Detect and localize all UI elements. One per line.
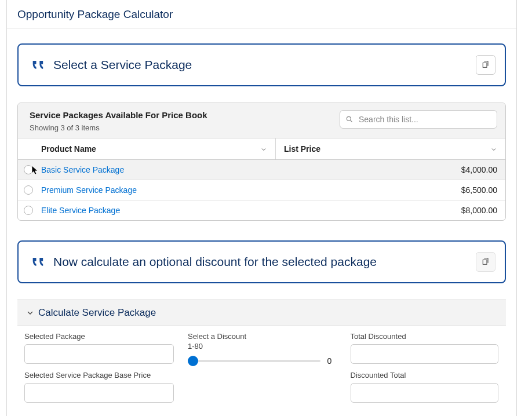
- table-title: Service Packages Available For Price Boo…: [30, 110, 207, 120]
- chevron-down-icon: [490, 145, 497, 152]
- discount-slider-row: 0: [188, 356, 337, 366]
- form-col-right: Total Discounted Discounted Total: [351, 332, 500, 410]
- table-header-left: Service Packages Available For Price Boo…: [30, 110, 207, 132]
- form-col-middle: Select a Discount 1-80 0: [188, 332, 337, 410]
- base-price-input[interactable]: [24, 383, 174, 403]
- radio-button[interactable]: [24, 185, 33, 195]
- table-row[interactable]: Elite Service Package $8,000.00: [18, 200, 505, 220]
- col-header-product[interactable]: Product Name: [18, 138, 276, 159]
- service-packages-table: Service Packages Available For Price Boo…: [17, 103, 506, 221]
- section-title: Calculate Service Package: [38, 307, 156, 319]
- callout-text: Select a Service Package: [53, 58, 476, 72]
- product-name-link[interactable]: Elite Service Package: [41, 206, 279, 215]
- total-discounted-input[interactable]: [351, 344, 498, 364]
- divider: [7, 28, 516, 28]
- col-header-price-label: List Price: [284, 144, 320, 154]
- section-header-calculate[interactable]: Calculate Service Package: [17, 300, 506, 326]
- list-price-value: $8,000.00: [279, 206, 497, 215]
- product-name-link[interactable]: Premium Service Package: [41, 185, 279, 195]
- callout-select-package: Select a Service Package: [17, 43, 506, 86]
- chevron-down-icon: [25, 308, 35, 318]
- list-price-value: $4,000.00: [279, 165, 497, 174]
- col-header-product-label: Product Name: [41, 144, 96, 154]
- table-header-bar: Service Packages Available For Price Boo…: [18, 103, 505, 138]
- product-name-link[interactable]: Basic Service Package: [41, 165, 279, 174]
- discount-slider[interactable]: [188, 360, 320, 362]
- column-headers: Product Name List Price: [18, 138, 505, 160]
- copy-icon: [481, 60, 490, 71]
- discounted-total-input[interactable]: [351, 383, 498, 403]
- quote-icon: [30, 254, 46, 270]
- form-col-left: Selected Package Selected Service Packag…: [24, 332, 174, 410]
- callout-calculate-discount: Now calculate an optional discount for t…: [17, 240, 506, 283]
- base-price-label: Selected Service Package Base Price: [24, 371, 174, 379]
- slider-thumb[interactable]: [188, 356, 198, 366]
- discount-value: 0: [327, 356, 337, 366]
- search-wrapper: [340, 110, 497, 129]
- copy-button[interactable]: [476, 55, 495, 75]
- copy-button[interactable]: [476, 252, 495, 272]
- radio-button[interactable]: [24, 206, 33, 215]
- content-panel: Opportunity Package Calculator Select a …: [6, 0, 517, 416]
- search-input[interactable]: [340, 110, 497, 129]
- page-title: Opportunity Package Calculator: [17, 0, 506, 28]
- col-header-price[interactable]: List Price: [276, 138, 505, 159]
- radio-button[interactable]: [24, 165, 33, 174]
- svg-point-0: [347, 116, 351, 121]
- discount-label: Select a Discount: [188, 332, 337, 341]
- discounted-total-label: Discounted Total: [351, 371, 500, 379]
- search-icon: [345, 115, 354, 123]
- svg-line-1: [351, 121, 352, 122]
- table-row[interactable]: Basic Service Package $4,000.00: [18, 160, 505, 180]
- total-discounted-label: Total Discounted: [351, 332, 500, 341]
- form-row: Selected Package Selected Service Packag…: [17, 332, 506, 410]
- table-row[interactable]: Premium Service Package $6,500.00: [18, 180, 505, 200]
- chevron-down-icon: [260, 145, 267, 152]
- callout-text: Now calculate an optional discount for t…: [53, 255, 476, 269]
- quote-icon: [30, 57, 46, 73]
- copy-icon: [481, 257, 490, 268]
- selected-package-input[interactable]: [24, 344, 174, 364]
- discount-range-label: 1-80: [188, 342, 337, 351]
- selected-package-label: Selected Package: [24, 332, 174, 341]
- table-subtitle: Showing 3 of 3 items: [30, 123, 207, 132]
- list-price-value: $6,500.00: [279, 185, 497, 195]
